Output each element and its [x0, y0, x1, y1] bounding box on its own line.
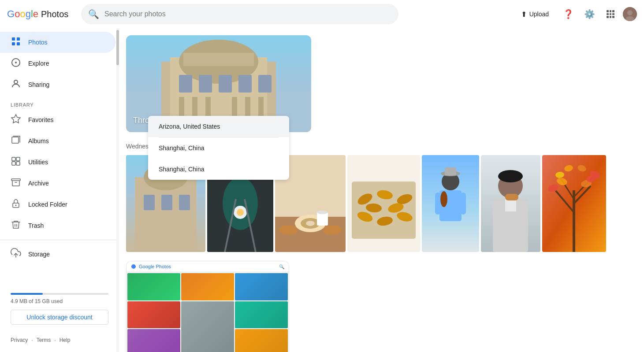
upload-icon: ⬆	[521, 10, 527, 19]
svg-rect-53	[324, 226, 341, 234]
svg-point-55	[317, 211, 328, 214]
collage-app-name: Google Photos	[139, 264, 171, 269]
svg-rect-24	[199, 75, 212, 93]
svg-point-8	[15, 62, 17, 63]
svg-rect-54	[317, 212, 328, 226]
apps-button[interactable]	[602, 5, 619, 23]
privacy-link[interactable]: Privacy	[11, 337, 28, 343]
svg-point-44	[237, 209, 244, 216]
help-icon: ❓	[563, 9, 574, 19]
logo[interactable]: Google Photos	[7, 8, 78, 20]
svg-rect-23	[179, 75, 192, 93]
storage-label: Storage	[28, 251, 50, 258]
svg-rect-4	[17, 37, 20, 41]
svg-point-42	[223, 177, 258, 230]
collage-header: Google Photos 🔍	[127, 261, 289, 272]
svg-rect-14	[16, 162, 20, 165]
svg-rect-57	[352, 182, 416, 239]
header: Google Photos 🔍 ⬆ Upload ❓ ⚙️	[0, 0, 644, 28]
svg-rect-5	[12, 42, 15, 45]
photo-item-autumn[interactable]	[542, 155, 606, 252]
grid-icon	[607, 10, 614, 18]
sidebar-label-utilities: Utilities	[28, 159, 48, 166]
star-icon	[11, 114, 21, 126]
storage-bar-container	[11, 293, 108, 295]
svg-rect-52	[279, 226, 297, 234]
svg-rect-3	[12, 37, 15, 41]
svg-rect-39	[179, 195, 190, 210]
sidebar-label-explore: Explore	[28, 60, 49, 67]
svg-rect-69	[435, 193, 440, 215]
content-area: Throwback to Wednesday Wednesday	[119, 28, 644, 352]
sidebar-label-albums: Albums	[28, 137, 49, 145]
svg-point-76	[498, 170, 523, 182]
dropdown-item-shanghai-1[interactable]: Shanghai, China	[148, 137, 289, 159]
sidebar-wrapper: Photos Explore Sharing	[0, 28, 119, 352]
collage-card[interactable]: Google Photos 🔍	[126, 261, 289, 352]
dropdown-item-shanghai-2[interactable]: Shanghai, China	[148, 159, 289, 180]
upload-label: Upload	[529, 11, 549, 18]
terms-link[interactable]: Terms	[37, 337, 51, 343]
sidebar-item-archive[interactable]: Archive	[0, 173, 115, 194]
utilities-icon	[11, 156, 21, 169]
cloud-icon	[11, 248, 21, 261]
sidebar-item-favorites[interactable]: Favorites	[0, 109, 115, 130]
photo-item-violin[interactable]	[422, 155, 479, 252]
sidebar-divider	[0, 240, 119, 240]
footer-links: Privacy · Terms · Help	[0, 332, 119, 348]
sidebar-label-photos: Photos	[28, 39, 48, 46]
footer-dot-1: ·	[31, 337, 33, 343]
svg-rect-25	[219, 75, 232, 93]
svg-rect-11	[12, 157, 15, 161]
sidebar-label-trash: Trash	[28, 222, 44, 229]
sidebar-label-locked-folder: Locked Folder	[28, 201, 67, 208]
locked-icon	[11, 198, 21, 211]
sidebar-item-trash[interactable]: Trash	[0, 215, 115, 236]
svg-rect-37	[144, 195, 155, 210]
google-wordmark: Google	[7, 8, 38, 20]
sidebar-item-locked-folder[interactable]: Locked Folder	[0, 194, 115, 215]
sidebar-item-storage[interactable]: Storage	[0, 244, 115, 265]
svg-rect-6	[17, 42, 20, 45]
storage-bar	[11, 293, 43, 295]
sidebar-label-favorites: Favorites	[28, 116, 54, 123]
sidebar-item-utilities[interactable]: Utilities	[0, 152, 115, 173]
sidebar-label-archive: Archive	[28, 180, 49, 187]
archive-icon	[11, 177, 21, 190]
storage-section: 4.9 MB of 15 GB used Unlock storage disc…	[0, 282, 119, 332]
help-link[interactable]: Help	[60, 337, 71, 343]
settings-button[interactable]: ⚙️	[581, 5, 598, 23]
unlock-storage-button[interactable]: Unlock storage discount	[11, 310, 108, 325]
sharing-icon	[11, 78, 21, 91]
sidebar-item-sharing[interactable]: Sharing	[0, 74, 115, 95]
svg-point-9	[14, 80, 18, 84]
location-dropdown: Arizona, United States Shanghai, China S…	[148, 116, 289, 180]
sidebar-item-albums[interactable]: Albums	[0, 130, 115, 152]
photo-item-croissant[interactable]	[347, 155, 420, 252]
main-layout: Photos Explore Sharing	[0, 28, 644, 352]
sidebar: Photos Explore Sharing	[0, 28, 119, 352]
avatar[interactable]	[623, 7, 637, 21]
svg-rect-26	[238, 75, 252, 93]
albums-icon	[11, 135, 21, 148]
photo-item-portrait[interactable]	[481, 155, 540, 252]
upload-button[interactable]: ⬆ Upload	[514, 7, 556, 22]
search-input[interactable]	[104, 10, 391, 18]
photos-icon	[11, 36, 21, 49]
sidebar-item-explore[interactable]: Explore	[0, 53, 115, 74]
search-icon: 🔍	[88, 9, 99, 19]
svg-rect-13	[12, 162, 15, 165]
dropdown-item-arizona[interactable]: Arizona, United States	[148, 116, 289, 137]
trash-icon	[11, 219, 21, 232]
svg-rect-38	[161, 195, 172, 210]
library-section-label: LIBRARY	[0, 95, 119, 109]
sidebar-item-photos[interactable]: Photos	[0, 32, 115, 53]
svg-rect-79	[505, 194, 518, 200]
help-button[interactable]: ❓	[559, 5, 577, 23]
photos-wordmark: Photos	[41, 9, 68, 19]
storage-usage-text: 4.9 MB of 15 GB used	[11, 298, 108, 304]
footer-dot-2: ·	[54, 337, 56, 343]
svg-point-94	[131, 264, 136, 269]
svg-point-51	[306, 221, 315, 226]
svg-rect-73	[445, 167, 456, 175]
